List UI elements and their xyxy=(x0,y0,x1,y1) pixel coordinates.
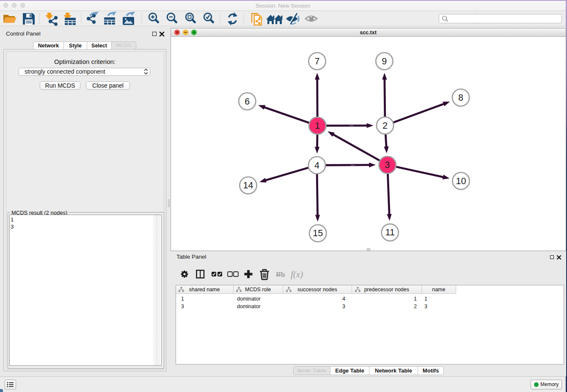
svg-text:14: 14 xyxy=(243,180,253,190)
svg-text:2: 2 xyxy=(383,121,388,131)
svg-text:4: 4 xyxy=(314,160,319,171)
svg-text:6: 6 xyxy=(245,97,250,107)
svg-text:8: 8 xyxy=(458,93,463,103)
svg-text:9: 9 xyxy=(382,56,387,66)
svg-text:15: 15 xyxy=(313,228,323,238)
svg-text:10: 10 xyxy=(456,176,466,186)
svg-text:3: 3 xyxy=(385,160,390,170)
svg-text:7: 7 xyxy=(315,56,320,66)
svg-text:11: 11 xyxy=(385,227,395,237)
svg-text:f(x): f(x) xyxy=(291,269,303,279)
svg-text:1: 1 xyxy=(315,121,320,131)
